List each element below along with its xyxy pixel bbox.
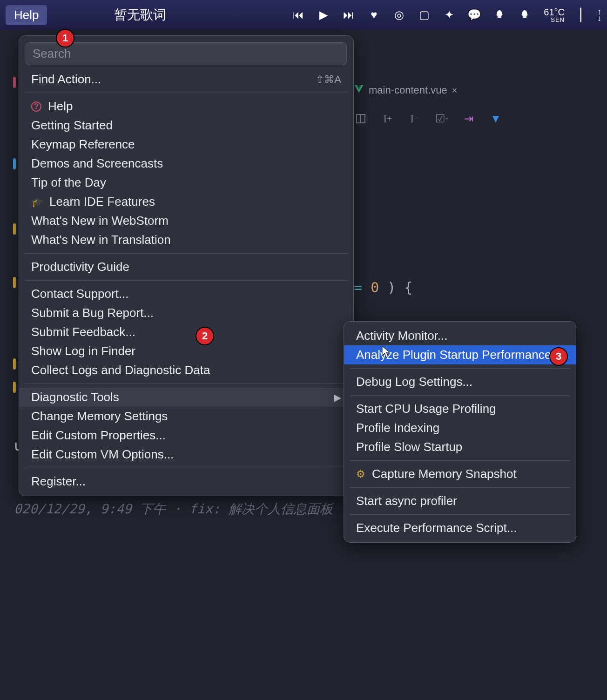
svg-rect-1 [357, 114, 360, 123]
menu-item-register[interactable]: Register... [19, 472, 353, 491]
add-line-icon[interactable]: I+ [381, 112, 395, 126]
menu-label: Keymap Reference [31, 137, 135, 152]
square-icon[interactable]: ▢ [418, 9, 430, 21]
help-dropdown-menu: Search Find Action... ⇧⌘A ? Help Getting… [19, 35, 354, 496]
menu-label: Submit a Bug Report... [31, 306, 154, 320]
menu-item-getting-started[interactable]: Getting Started [19, 116, 353, 135]
menu-item-diagnostic-tools[interactable]: Diagnostic Tools ▶ [19, 388, 353, 407]
menu-item-productivity[interactable]: Productivity Guide [19, 257, 353, 276]
menu-separator [350, 395, 570, 396]
tab-filename: main-content.vue [369, 84, 447, 96]
temperature-value: 61°C [544, 7, 565, 17]
submenu-item-debug-log[interactable]: Debug Log Settings... [344, 372, 576, 391]
temperature-label: SEN [544, 17, 565, 23]
menu-item-whats-new-translation[interactable]: What's New in Translation [19, 230, 353, 249]
menu-label: Capture Memory Snapshot [372, 467, 517, 481]
remove-line-icon[interactable]: I− [408, 112, 422, 126]
submenu-item-profile-indexing[interactable]: Profile Indexing [344, 418, 576, 438]
menu-label: Contact Support... [31, 287, 129, 301]
netease-icon[interactable]: ◎ [393, 9, 405, 21]
menu-label: Find Action... [31, 72, 101, 87]
menu-item-contact[interactable]: Contact Support... [19, 284, 353, 303]
gutter-mark [13, 277, 16, 288]
indent-icon[interactable]: ⇥ [462, 112, 476, 126]
editor-toolbar: I+ I− ☑≡ ⇥ ▼ [354, 112, 503, 126]
submenu-item-memory-snapshot[interactable]: ⚙ Capture Memory Snapshot [344, 464, 576, 484]
menu-search-input[interactable]: Search [26, 42, 347, 65]
divider-icon: ⎮ [578, 8, 584, 22]
next-track-icon[interactable]: ⏭ [343, 9, 355, 21]
menu-item-learn[interactable]: 🎓 Learn IDE Features [19, 192, 353, 211]
menu-item-feedback[interactable]: Submit Feedback... [19, 323, 353, 342]
vue-file-icon [354, 84, 364, 97]
filter-icon[interactable]: ▼ [489, 112, 503, 126]
menu-label: Edit Custom Properties... [31, 428, 166, 443]
menu-label: What's New in WebStorm [31, 214, 169, 228]
menu-label: Analyze Plugin Startup Performance [356, 348, 551, 362]
gutter-mark [13, 358, 16, 370]
chevron-right-icon: ▶ [334, 392, 341, 403]
menu-label: Profile Slow Startup [356, 440, 462, 454]
annotation-badge-3: 3 [549, 347, 568, 366]
menu-item-help[interactable]: ? Help [19, 97, 353, 116]
diagnostic-tools-submenu: Activity Monitor... Analyze Plugin Start… [344, 321, 576, 543]
menu-label: Getting Started [31, 118, 113, 133]
menu-item-properties[interactable]: Edit Custom Properties... [19, 426, 353, 445]
menu-label: Show Log in Finder [31, 344, 135, 358]
vcs-annotation: 020/12/29, 9:49 下午 · fix: 解决个人信息面板 [14, 500, 333, 518]
gutter-mark [13, 158, 16, 169]
updown-icon[interactable]: ↑↓ [597, 8, 601, 22]
editor-tab[interactable]: main-content.vue × [354, 84, 457, 97]
lyrics-text: 暂无歌词 [114, 6, 166, 24]
menu-separator [25, 280, 348, 281]
menu-label: Execute Performance Script... [356, 521, 517, 535]
sparkle-icon[interactable]: ✦ [443, 9, 455, 21]
menu-item-find-action[interactable]: Find Action... ⇧⌘A [19, 70, 353, 89]
gutter-mark [13, 223, 16, 235]
menu-item-collect-logs[interactable]: Collect Logs and Diagnostic Data [19, 361, 353, 380]
wechat-icon[interactable]: 💬 [468, 9, 480, 21]
help-menu-button[interactable]: Help [6, 5, 47, 25]
checklist-icon[interactable]: ☑≡ [435, 112, 449, 126]
menu-item-tip[interactable]: Tip of the Day [19, 173, 353, 192]
submenu-item-profile-slow-startup[interactable]: Profile Slow Startup [344, 438, 576, 457]
menu-label: Start async profiler [356, 494, 457, 508]
menu-separator [25, 468, 348, 468]
menu-label: Collect Logs and Diagnostic Data [31, 363, 210, 377]
prev-track-icon[interactable]: ⏮ [292, 9, 304, 21]
menu-label: Submit Feedback... [31, 325, 135, 339]
help-icon: ? [31, 101, 41, 112]
menu-label: Edit Custom VM Options... [31, 447, 174, 462]
tab-close-icon[interactable]: × [452, 85, 458, 96]
menu-label: Start CPU Usage Profiling [356, 402, 496, 416]
menu-label: Tip of the Day [31, 175, 106, 190]
annotation-badge-2: 2 [196, 327, 214, 345]
gutter-mark [13, 77, 16, 88]
menu-item-bug[interactable]: Submit a Bug Report... [19, 303, 353, 323]
menu-item-whats-new-webstorm[interactable]: What's New in WebStorm [19, 211, 353, 230]
menu-item-keymap[interactable]: Keymap Reference [19, 135, 353, 154]
submenu-item-cpu-profiling[interactable]: Start CPU Usage Profiling [344, 399, 576, 418]
chip-icon: ⚙ [356, 468, 365, 480]
submenu-item-execute-script[interactable]: Execute Performance Script... [344, 518, 576, 538]
play-icon[interactable]: ▶ [317, 9, 330, 21]
submenu-item-activity-monitor[interactable]: Activity Monitor... [344, 326, 576, 345]
code-brace: ) { [387, 279, 412, 296]
qq-icon-1[interactable] [493, 9, 506, 21]
submenu-item-analyze-plugin-startup[interactable]: Analyze Plugin Startup Performance [344, 345, 576, 364]
menu-label: Change Memory Settings [31, 409, 168, 424]
menu-item-vm-options[interactable]: Edit Custom VM Options... [19, 445, 353, 464]
menu-item-show-log[interactable]: Show Log in Finder [19, 342, 353, 361]
menu-item-memory[interactable]: Change Memory Settings [19, 407, 353, 426]
menu-label: Learn IDE Features [49, 195, 155, 209]
menu-label: What's New in Translation [31, 233, 171, 247]
menu-separator [350, 460, 570, 461]
menu-label: Register... [31, 474, 86, 489]
layout-icon[interactable] [354, 112, 368, 126]
menu-label: Profile Indexing [356, 421, 439, 435]
heart-icon[interactable]: ♥ [368, 9, 380, 21]
submenu-item-async-profiler[interactable]: Start async profiler [344, 491, 576, 511]
temperature-widget[interactable]: 61°C SEN [544, 7, 565, 23]
qq-icon-2[interactable] [519, 9, 531, 21]
menu-item-demos[interactable]: Demos and Screencasts [19, 154, 353, 173]
